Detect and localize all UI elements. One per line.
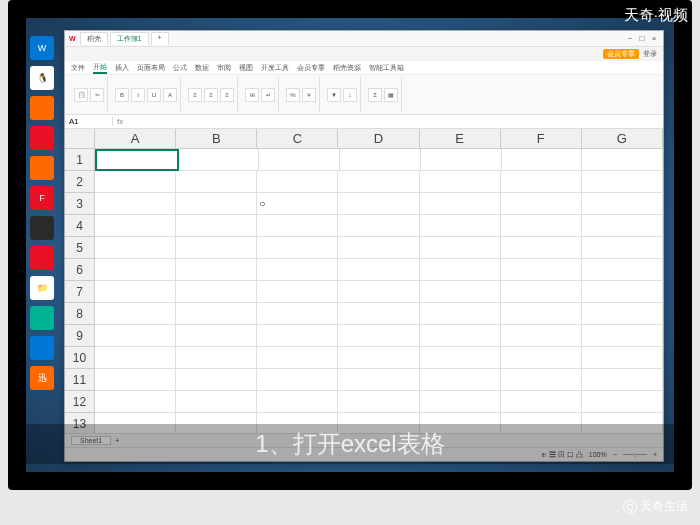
cell[interactable] (420, 325, 501, 347)
cell[interactable] (176, 237, 257, 259)
menu-insert[interactable]: 插入 (115, 63, 129, 73)
close-icon[interactable]: × (649, 34, 659, 44)
menu-home[interactable]: 开始 (93, 62, 107, 74)
cell[interactable] (582, 237, 663, 259)
menu-data[interactable]: 数据 (195, 63, 209, 73)
cell[interactable] (95, 347, 176, 369)
cell[interactable] (176, 259, 257, 281)
cell[interactable] (501, 259, 582, 281)
cell[interactable] (582, 369, 663, 391)
cell[interactable] (420, 259, 501, 281)
cell[interactable] (501, 369, 582, 391)
cell[interactable] (501, 325, 582, 347)
row-header[interactable]: 8 (65, 303, 95, 325)
cell[interactable] (420, 215, 501, 237)
col-header-b[interactable]: B (176, 129, 257, 149)
row-header[interactable]: 6 (65, 259, 95, 281)
desktop-icon-app4[interactable] (30, 216, 54, 240)
paste-icon[interactable]: 📋 (74, 88, 88, 102)
cell[interactable] (176, 347, 257, 369)
cell[interactable] (340, 149, 421, 171)
maximize-icon[interactable]: □ (637, 34, 647, 44)
row-header[interactable]: 5 (65, 237, 95, 259)
desktop-icon-folder[interactable]: 📁 (30, 276, 54, 300)
cell[interactable] (338, 193, 419, 215)
desktop-icon-app1[interactable] (30, 96, 54, 120)
cell[interactable] (259, 149, 340, 171)
cell[interactable] (95, 281, 176, 303)
align-center-icon[interactable]: ≡ (204, 88, 218, 102)
cell[interactable] (420, 171, 501, 193)
bold-icon[interactable]: B (115, 88, 129, 102)
cell[interactable] (420, 391, 501, 413)
cell[interactable] (582, 171, 663, 193)
cell[interactable] (176, 369, 257, 391)
col-header-c[interactable]: C (257, 129, 338, 149)
desktop-icon-flash[interactable]: F (30, 186, 54, 210)
fill-icon[interactable]: ▦ (384, 88, 398, 102)
cell[interactable] (257, 303, 338, 325)
cell[interactable] (95, 325, 176, 347)
row-header[interactable]: 3 (65, 193, 95, 215)
desktop-icon-app6[interactable] (30, 306, 54, 330)
cell[interactable] (257, 215, 338, 237)
cell[interactable] (582, 347, 663, 369)
cell[interactable] (176, 325, 257, 347)
cell[interactable] (420, 237, 501, 259)
cell[interactable] (95, 237, 176, 259)
menu-review[interactable]: 审阅 (217, 63, 231, 73)
row-header[interactable]: 4 (65, 215, 95, 237)
desktop-icon-app2[interactable] (30, 126, 54, 150)
row-header[interactable]: 9 (65, 325, 95, 347)
row-header[interactable]: 2 (65, 171, 95, 193)
cell[interactable] (582, 391, 663, 413)
title-tab-add[interactable]: + (151, 32, 169, 45)
cell[interactable] (420, 303, 501, 325)
cell[interactable] (420, 369, 501, 391)
sum-icon[interactable]: Σ (368, 88, 382, 102)
align-left-icon[interactable]: ≡ (188, 88, 202, 102)
cell[interactable] (338, 391, 419, 413)
row-header[interactable]: 7 (65, 281, 95, 303)
cell[interactable] (582, 149, 663, 171)
cell[interactable] (257, 391, 338, 413)
cell[interactable] (582, 259, 663, 281)
desktop-icon-app7[interactable] (30, 336, 54, 360)
desktop-icon-app3[interactable] (30, 156, 54, 180)
merge-icon[interactable]: ⊞ (245, 88, 259, 102)
cell[interactable] (501, 171, 582, 193)
cell[interactable] (420, 347, 501, 369)
wrap-icon[interactable]: ↵ (261, 88, 275, 102)
menu-formula[interactable]: 公式 (173, 63, 187, 73)
cell[interactable] (95, 215, 176, 237)
cell[interactable] (338, 259, 419, 281)
title-tab-home[interactable]: 稻壳 (80, 32, 108, 45)
row-header[interactable]: 12 (65, 391, 95, 413)
cell[interactable] (338, 369, 419, 391)
col-header-a[interactable]: A (95, 129, 176, 149)
cell[interactable] (338, 215, 419, 237)
cell[interactable] (338, 347, 419, 369)
cell[interactable] (95, 391, 176, 413)
desktop-icon-word[interactable]: W (30, 36, 54, 60)
col-header-d[interactable]: D (338, 129, 419, 149)
cell[interactable] (257, 281, 338, 303)
login-link[interactable]: 登录 (643, 49, 657, 59)
cell[interactable] (582, 303, 663, 325)
cell[interactable] (176, 171, 257, 193)
cell[interactable] (338, 171, 419, 193)
cell[interactable] (176, 303, 257, 325)
cell[interactable] (582, 325, 663, 347)
cell[interactable] (338, 303, 419, 325)
cell[interactable] (420, 281, 501, 303)
cell[interactable] (176, 391, 257, 413)
desktop-icon-app8[interactable]: 迅 (30, 366, 54, 390)
underline-icon[interactable]: U (147, 88, 161, 102)
cell[interactable] (179, 149, 260, 171)
col-header-f[interactable]: F (501, 129, 582, 149)
select-all-corner[interactable] (65, 129, 95, 149)
desktop-icon-app5[interactable] (30, 246, 54, 270)
cell[interactable] (421, 149, 502, 171)
cell[interactable]: ○ (257, 193, 338, 215)
row-header[interactable]: 10 (65, 347, 95, 369)
